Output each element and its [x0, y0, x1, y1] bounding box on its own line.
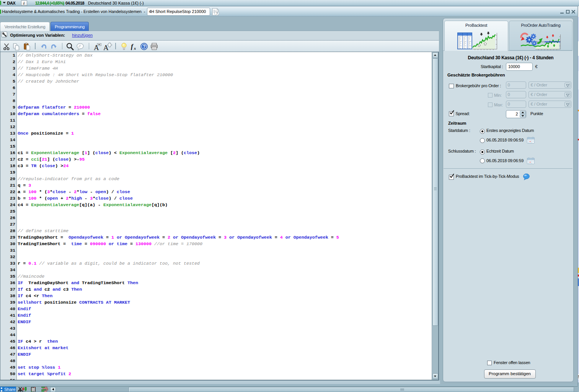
- svg-text:f: f: [131, 43, 134, 50]
- svg-text:?: ?: [216, 11, 219, 16]
- svg-text:?: ?: [143, 44, 145, 49]
- svg-text:x: x: [134, 46, 136, 50]
